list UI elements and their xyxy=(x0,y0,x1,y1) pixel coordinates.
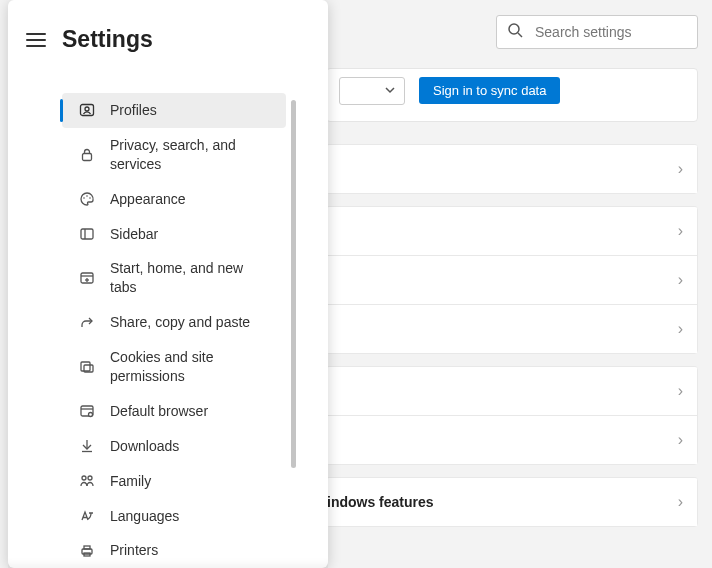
sidebar-item-cookies[interactable]: Cookies and site permissions xyxy=(62,340,286,394)
sidebar-item-label: Appearance xyxy=(110,190,270,209)
sidebar-item-label: Share, copy and paste xyxy=(110,313,270,332)
chevron-right-icon: › xyxy=(678,431,683,449)
sidebar-item-default-browser[interactable]: Default browser xyxy=(62,394,286,429)
sidebar-item-profiles[interactable]: Profiles xyxy=(62,93,286,128)
sidebar-item-start-home[interactable]: Start, home, and new tabs xyxy=(62,251,286,305)
search-input[interactable] xyxy=(535,24,687,40)
sidebar-item-label: Downloads xyxy=(110,437,270,456)
svg-point-6 xyxy=(86,195,88,197)
svg-rect-14 xyxy=(81,362,90,371)
cookies-icon xyxy=(78,359,96,375)
sidebar-item-languages[interactable]: Languages xyxy=(62,499,286,534)
chevron-right-icon: › xyxy=(678,493,683,511)
sidebar-item-label: Default browser xyxy=(110,402,270,421)
svg-rect-8 xyxy=(81,229,93,239)
chevron-right-icon: › xyxy=(678,222,683,240)
sidebar-item-downloads[interactable]: Downloads xyxy=(62,429,286,464)
printer-icon xyxy=(78,543,96,559)
svg-point-18 xyxy=(89,413,93,417)
svg-point-21 xyxy=(82,476,86,480)
search-icon xyxy=(507,22,523,42)
chevron-right-icon: › xyxy=(678,382,683,400)
profile-dropdown[interactable] xyxy=(339,77,405,105)
chevron-right-icon: › xyxy=(678,320,683,338)
sidebar-item-family[interactable]: Family xyxy=(62,464,286,499)
sidebar-item-label: Cookies and site permissions xyxy=(110,348,270,386)
chevron-right-icon: › xyxy=(678,271,683,289)
page-title: Settings xyxy=(62,26,153,53)
sidebar-item-sidebar[interactable]: Sidebar xyxy=(62,217,286,252)
settings-row[interactable]: › xyxy=(326,305,698,354)
sidebar-item-label: Start, home, and new tabs xyxy=(110,259,270,297)
share-icon xyxy=(78,315,96,331)
settings-row[interactable]: › xyxy=(326,416,698,465)
settings-row[interactable]: › xyxy=(326,145,698,194)
svg-point-0 xyxy=(509,24,519,34)
profile-icon xyxy=(78,102,96,118)
sidebar-item-appearance[interactable]: Appearance xyxy=(62,182,286,217)
sidebar-item-label: Sidebar xyxy=(110,225,270,244)
chevron-right-icon: › xyxy=(678,160,683,178)
settings-sidebar: Settings Profiles Privacy, search, and s… xyxy=(8,0,328,568)
sidebar-item-label: Languages xyxy=(110,507,270,526)
settings-row[interactable]: › xyxy=(326,207,698,256)
panel-icon xyxy=(78,226,96,242)
svg-point-7 xyxy=(89,197,91,199)
svg-rect-24 xyxy=(84,546,90,549)
browser-icon xyxy=(78,403,96,419)
lock-icon xyxy=(78,147,96,163)
row-label: indows features xyxy=(327,494,434,510)
sidebar-item-share[interactable]: Share, copy and paste xyxy=(62,305,286,340)
settings-row[interactable]: › xyxy=(326,367,698,416)
search-settings-field[interactable] xyxy=(496,15,698,49)
svg-point-3 xyxy=(85,107,89,111)
svg-rect-2 xyxy=(81,105,94,116)
sidebar-nav: Profiles Privacy, search, and services A… xyxy=(8,93,328,568)
sidebar-item-label: Family xyxy=(110,472,270,491)
settings-row[interactable]: › xyxy=(326,256,698,305)
languages-icon xyxy=(78,508,96,524)
family-icon xyxy=(78,473,96,489)
signin-sync-button[interactable]: Sign in to sync data xyxy=(419,77,560,104)
newtab-icon xyxy=(78,270,96,286)
hamburger-menu-button[interactable] xyxy=(26,33,46,47)
svg-point-22 xyxy=(88,476,92,480)
sidebar-item-label: Profiles xyxy=(110,101,270,120)
settings-row-windows-features[interactable]: indows features › xyxy=(326,478,698,527)
settings-content: Sign in to sync data › › › › › › xyxy=(326,68,698,539)
chevron-down-icon xyxy=(384,82,396,100)
svg-point-5 xyxy=(83,197,85,199)
sidebar-item-label: Privacy, search, and services xyxy=(110,136,270,174)
sidebar-item-privacy[interactable]: Privacy, search, and services xyxy=(62,128,286,182)
svg-rect-4 xyxy=(83,153,92,160)
palette-icon xyxy=(78,191,96,207)
svg-line-1 xyxy=(518,33,522,37)
sidebar-scrollbar[interactable] xyxy=(291,100,296,468)
sync-card: Sign in to sync data xyxy=(326,68,698,122)
download-icon xyxy=(78,438,96,454)
